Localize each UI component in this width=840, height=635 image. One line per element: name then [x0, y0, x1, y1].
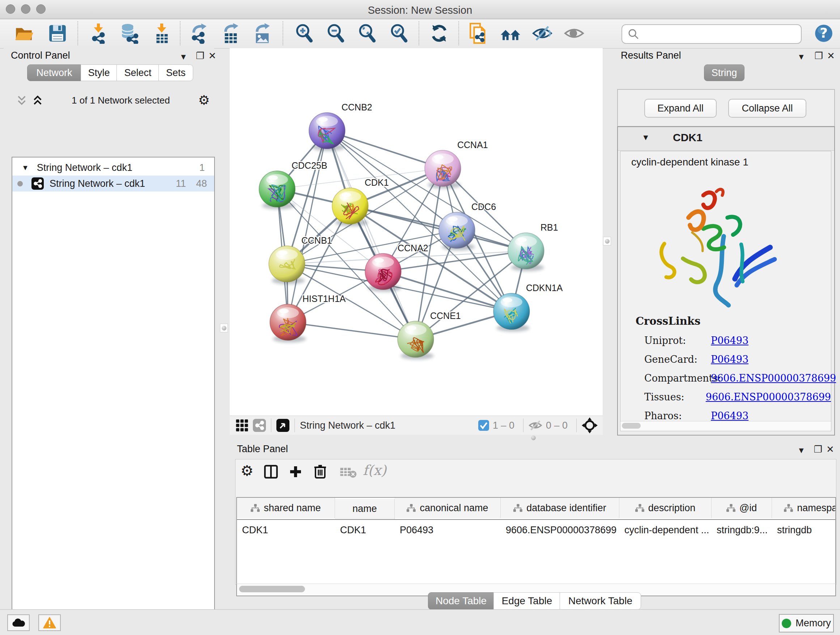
- tab-string[interactable]: String: [704, 65, 745, 81]
- cloud-button[interactable]: [7, 614, 30, 631]
- export-image-icon[interactable]: [252, 23, 273, 44]
- table-cell[interactable]: stringdb:9...: [712, 520, 772, 540]
- entry-scrollbar[interactable]: [621, 421, 831, 431]
- toolbar-search[interactable]: [622, 24, 802, 44]
- network-collection-row[interactable]: ▼ String Network – cdk1 1: [12, 160, 214, 176]
- tab-select[interactable]: Select: [117, 65, 159, 81]
- node-CCNB1[interactable]: [269, 246, 305, 284]
- table-cell[interactable]: stringdb: [772, 520, 836, 540]
- open-session-icon[interactable]: [14, 23, 35, 44]
- column-network-icon: [407, 504, 416, 512]
- search-input[interactable]: [643, 28, 801, 40]
- column-header-namespace[interactable]: namespace: [772, 498, 836, 518]
- column-header-name[interactable]: name: [335, 499, 395, 519]
- export-network-icon[interactable]: [188, 23, 210, 44]
- node-CCNA2[interactable]: [365, 253, 401, 292]
- node-HIST1H1A[interactable]: [270, 304, 306, 342]
- results-panel-float-icon[interactable]: ❐: [813, 50, 824, 62]
- birds-eye-view-icon[interactable]: [276, 419, 289, 432]
- node-RB1[interactable]: [508, 233, 544, 271]
- export-table-icon[interactable]: [220, 23, 241, 44]
- tab-network[interactable]: Network: [27, 65, 81, 81]
- network-view-share-icon[interactable]: [253, 419, 266, 432]
- crosslink-link[interactable]: 9606.ENSP00000378699: [706, 391, 831, 402]
- edge-CCNB2-CCNE1[interactable]: [327, 131, 416, 339]
- control-panel-close-icon[interactable]: ✕: [207, 50, 218, 62]
- crosslink-link[interactable]: 9606.ENSP00000378699: [711, 372, 836, 384]
- tab-sets[interactable]: Sets: [158, 65, 193, 81]
- network-options-gear-icon[interactable]: ⚙: [198, 93, 210, 108]
- selected-checkbox-icon[interactable]: [478, 420, 489, 431]
- table-delete-table-icon[interactable]: [340, 467, 357, 478]
- tab-style[interactable]: Style: [81, 65, 117, 81]
- column-header-canonical-name[interactable]: canonical name: [395, 498, 501, 518]
- node-CDC25B[interactable]: [259, 171, 295, 209]
- table-row[interactable]: CDK1CDK1P064939606.ENSP00000378699cyclin…: [237, 520, 835, 542]
- crosslink-link[interactable]: P06493: [711, 335, 748, 346]
- network-from-selection-icon[interactable]: [468, 23, 489, 44]
- expand-all-chevrons-icon[interactable]: [16, 95, 27, 106]
- tree-expander-icon[interactable]: ▼: [22, 164, 29, 172]
- refresh-icon[interactable]: [429, 23, 450, 44]
- help-icon[interactable]: ?: [813, 23, 834, 44]
- control-panel-collapse-icon[interactable]: ▾: [178, 51, 189, 62]
- left-splitter-handle[interactable]: [220, 324, 228, 333]
- collapse-all-chevrons-icon[interactable]: [32, 95, 43, 106]
- table-cell[interactable]: CDK1: [335, 520, 395, 540]
- table-add-column-icon[interactable]: [288, 464, 303, 479]
- control-panel-float-icon[interactable]: ❐: [195, 50, 205, 62]
- import-network-file-icon[interactable]: [88, 23, 109, 44]
- crosslink-link[interactable]: P06493: [711, 410, 748, 421]
- table-gear-icon[interactable]: ⚙: [240, 462, 254, 479]
- node-CDC6[interactable]: [439, 212, 475, 250]
- node-CDK1[interactable]: [332, 188, 368, 226]
- expand-all-button[interactable]: Expand All: [644, 99, 717, 118]
- edge-CDK1-RB1[interactable]: [350, 206, 526, 251]
- column-header-description[interactable]: description: [619, 498, 712, 518]
- node-CCNE1[interactable]: [398, 321, 434, 359]
- zoom-fit-icon[interactable]: [357, 23, 378, 44]
- edge-HIST1H1A-CCNE1[interactable]: [288, 322, 416, 339]
- table-cell[interactable]: 9606.ENSP00000378699: [501, 520, 619, 540]
- hidden-eye-slash-icon: [529, 419, 542, 432]
- results-panel-close-icon[interactable]: ✕: [826, 50, 836, 62]
- table-panel-close-icon[interactable]: ✕: [825, 444, 836, 455]
- column-header-database-identifier[interactable]: database identifier: [501, 498, 619, 518]
- warning-button[interactable]: [38, 614, 61, 631]
- import-table-file-icon[interactable]: [151, 23, 172, 44]
- table-panel-collapse-icon[interactable]: ▾: [796, 445, 807, 456]
- table-cell[interactable]: cyclin-dependent ...: [619, 520, 712, 540]
- results-panel-collapse-icon[interactable]: ▾: [796, 51, 807, 62]
- memory-button[interactable]: Memory: [779, 614, 834, 632]
- table-function-builder-icon[interactable]: f(x): [363, 462, 386, 478]
- table-cell[interactable]: CDK1: [237, 520, 335, 540]
- table-columns-icon[interactable]: [264, 464, 278, 479]
- table-delete-icon[interactable]: [313, 464, 327, 479]
- collapse-all-button[interactable]: Collapse All: [728, 99, 806, 118]
- tab-edge-table[interactable]: Edge Table: [493, 592, 561, 610]
- network-canvas[interactable]: CCNB2CCNA1CDC25BCDK1CDC6RB1CCNB1CCNA2CDK…: [230, 48, 603, 416]
- hide-eye-slash-icon[interactable]: [532, 23, 553, 44]
- fit-crosshair-icon[interactable]: [582, 417, 598, 433]
- network-row[interactable]: String Network – cdk1 11 48: [12, 176, 214, 192]
- import-network-database-icon[interactable]: [119, 23, 141, 44]
- table-panel-float-icon[interactable]: ❐: [813, 444, 823, 455]
- table-hscrollbar-thumb[interactable]: [239, 586, 305, 592]
- zoom-selected-icon[interactable]: [388, 23, 409, 44]
- zoom-in-icon[interactable]: [294, 23, 315, 44]
- tab-network-table[interactable]: Network Table: [560, 592, 641, 610]
- node-CCNA1[interactable]: [425, 150, 461, 188]
- show-eye-icon[interactable]: [564, 23, 584, 44]
- column-header-shared-name[interactable]: shared name: [237, 498, 335, 518]
- grid-view-icon[interactable]: [235, 419, 248, 432]
- zoom-out-icon[interactable]: [325, 23, 346, 44]
- entry-expander-icon[interactable]: ▼: [642, 133, 650, 142]
- save-session-icon[interactable]: [47, 23, 68, 44]
- table-cell[interactable]: P06493: [395, 520, 501, 540]
- column-header--id[interactable]: @id: [712, 498, 772, 518]
- crosslink-link[interactable]: P06493: [711, 354, 748, 365]
- tab-node-table[interactable]: Node Table: [428, 592, 494, 610]
- node-CDKN1A[interactable]: [493, 293, 530, 332]
- double-home-icon[interactable]: [500, 23, 521, 44]
- right-splitter-handle[interactable]: [603, 237, 611, 245]
